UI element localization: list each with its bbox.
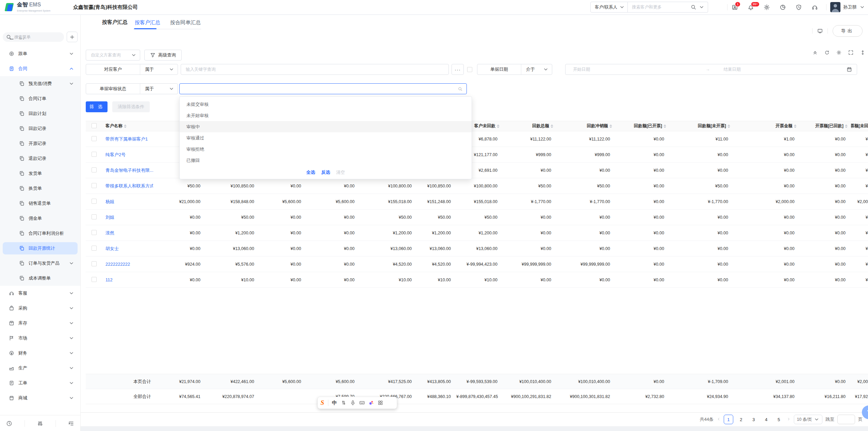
ime-language-icon[interactable]: 中: [332, 400, 337, 406]
select-all-checkbox[interactable]: [92, 123, 97, 128]
row-checkbox[interactable]: [92, 167, 97, 172]
customer-link[interactable]: 2222222222: [105, 262, 130, 267]
tab-by-customer[interactable]: 按客户汇总: [135, 19, 160, 26]
sidebar-item[interactable]: 市场: [0, 331, 80, 346]
date-range-picker[interactable]: 开始日期 → 结束日期: [565, 64, 857, 75]
row-checkbox[interactable]: [92, 277, 97, 282]
status-option[interactable]: 审核中: [180, 121, 472, 132]
invert-selection-link[interactable]: 反选: [321, 169, 330, 176]
customer-operator-select[interactable]: 属于: [140, 64, 178, 74]
collapse-sidebar-icon[interactable]: [68, 420, 74, 427]
row-checkbox[interactable]: [92, 261, 97, 266]
user-avatar[interactable]: [830, 2, 840, 12]
page-button-3[interactable]: 3: [749, 415, 758, 424]
column-header[interactable]: 回款总额: [503, 121, 557, 131]
sidebar-item[interactable]: 客户: [0, 39, 80, 45]
row-checkbox[interactable]: [92, 199, 97, 204]
user-name[interactable]: 孙卫朋: [843, 0, 856, 14]
page-button-4[interactable]: 4: [761, 415, 771, 424]
refresh-icon[interactable]: [824, 50, 830, 55]
notifications-button[interactable]: 99+: [748, 4, 754, 11]
sidebar-item[interactable]: 开票记录: [0, 136, 80, 151]
security-button[interactable]: [796, 4, 802, 11]
history-icon[interactable]: [6, 420, 12, 427]
column-header[interactable]: 开票金额: [734, 121, 800, 131]
sidebar-item[interactable]: 采购: [0, 301, 80, 316]
page-button-5[interactable]: 5: [774, 415, 784, 424]
support-button[interactable]: [812, 4, 818, 11]
end-date-placeholder[interactable]: 结束日期: [724, 67, 847, 72]
sort-caret-icon[interactable]: [845, 125, 848, 128]
sliders-icon[interactable]: [341, 400, 346, 405]
more-options-button[interactable]: ···: [452, 64, 464, 75]
sort-caret-icon[interactable]: [727, 125, 730, 128]
customer-link[interactable]: 带很多联系人和联系方式: [105, 183, 153, 188]
row-checkbox[interactable]: [92, 246, 97, 251]
start-date-placeholder[interactable]: 开始日期: [573, 67, 706, 72]
status-operator-select[interactable]: 属于: [140, 84, 178, 94]
sidebar-item[interactable]: 生产: [0, 361, 80, 376]
row-checkbox[interactable]: [92, 214, 97, 219]
ime-logo-icon[interactable]: S: [321, 399, 324, 407]
reports-button[interactable]: [780, 4, 786, 11]
row-checkbox[interactable]: [92, 152, 97, 157]
sidebar-item[interactable]: 发货单: [0, 166, 80, 181]
customer-keyword-input[interactable]: [185, 67, 444, 72]
keyboard-icon[interactable]: [359, 400, 365, 405]
sliders-icon[interactable]: [37, 420, 43, 427]
status-search-input[interactable]: [184, 86, 458, 92]
row-checkbox[interactable]: [92, 183, 97, 188]
sidebar-item[interactable]: 工单: [0, 376, 80, 391]
gear-icon[interactable]: [836, 50, 841, 55]
sidebar-item[interactable]: 客服: [0, 286, 80, 301]
column-header[interactable]: 回款额[已开票]: [616, 121, 670, 131]
chevron-down-icon[interactable]: [859, 4, 865, 10]
row-checkbox[interactable]: [92, 230, 97, 235]
sidebar-item[interactable]: 订单与发货产品: [0, 256, 80, 271]
next-page-button[interactable]: [787, 417, 791, 422]
row-checkbox[interactable]: [92, 136, 97, 141]
search-scope-select[interactable]: 客户/联系人: [590, 2, 628, 13]
sidebar-item[interactable]: 合同: [0, 61, 80, 76]
column-header[interactable]: 回款冲销额: [557, 121, 616, 131]
select-all-link[interactable]: 全选: [306, 169, 315, 176]
status-option[interactable]: 审核通过: [180, 132, 472, 144]
sort-caret-icon[interactable]: [664, 125, 666, 128]
sidebar-item[interactable]: 回款开票统计: [0, 241, 80, 256]
mic-icon[interactable]: [350, 400, 356, 405]
tab-by-contract[interactable]: 按合同单汇总: [170, 19, 201, 26]
paw-icon[interactable]: [369, 400, 374, 405]
sidebar-item[interactable]: 跟单: [0, 46, 80, 61]
sidebar-item[interactable]: 换货单: [0, 181, 80, 196]
customer-link[interactable]: 杨姐: [105, 199, 114, 204]
status-option[interactable]: 已撤回: [180, 155, 472, 166]
sidebar-item[interactable]: 预充值/消费: [0, 76, 80, 91]
customer-link[interactable]: 青岛金智电子科技有限...: [105, 168, 153, 173]
jump-page-input[interactable]: [837, 415, 855, 424]
customer-link[interactable]: 纯客户2号: [105, 152, 126, 157]
page-size-select[interactable]: 10 条/页: [794, 415, 822, 424]
global-search-input[interactable]: [631, 4, 688, 10]
status-select-input-focused[interactable]: [179, 83, 467, 94]
sidebar-item[interactable]: 合同订单利润分析: [0, 226, 80, 241]
exact-match-checkbox[interactable]: [467, 67, 472, 72]
sidebar-item[interactable]: 回款计划: [0, 106, 80, 121]
chevron-down-icon[interactable]: [699, 4, 704, 10]
fullscreen-icon[interactable]: [848, 50, 853, 55]
sidebar-item[interactable]: 财务: [0, 346, 80, 361]
column-header[interactable]: 开票额[已回款]: [800, 121, 851, 131]
status-option[interactable]: 未开始审核: [180, 110, 472, 121]
advanced-query-button[interactable]: 高级查询: [144, 50, 182, 61]
collapse-up-icon[interactable]: [813, 50, 818, 55]
export-button[interactable]: 导出: [833, 25, 863, 37]
customer-link[interactable]: 刘姐: [105, 215, 114, 220]
sort-caret-icon[interactable]: [794, 125, 797, 128]
ime-toolbar[interactable]: S 中: [317, 397, 397, 409]
customer-link[interactable]: 112: [105, 277, 113, 282]
sidebar-item[interactable]: 回款记录: [0, 121, 80, 136]
messages-button[interactable]: 1: [732, 4, 738, 11]
clear-selection-link[interactable]: 清空: [336, 169, 345, 176]
sort-caret-icon[interactable]: [551, 125, 553, 128]
sidebar-item[interactable]: 成本调整单: [0, 271, 80, 286]
sort-caret-icon[interactable]: [609, 125, 612, 128]
